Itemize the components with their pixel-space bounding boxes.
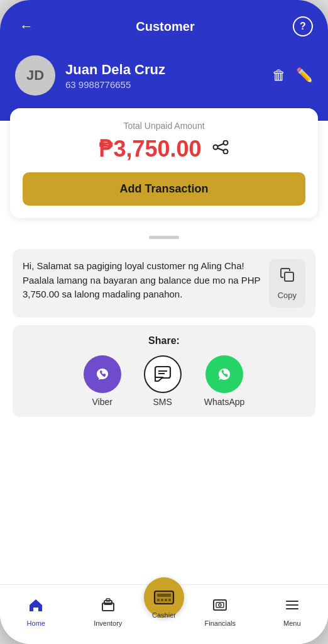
inventory-icon <box>100 597 116 617</box>
svg-rect-5 <box>285 272 293 281</box>
customer-name: Juan Dela Cruz <box>65 62 262 78</box>
nav-cashier-label: Cashier <box>152 611 176 619</box>
whatsapp-label: WhatsApp <box>204 397 245 407</box>
home-icon <box>28 597 44 617</box>
help-button[interactable]: ? <box>293 16 313 36</box>
svg-rect-17 <box>157 599 160 601</box>
svg-rect-22 <box>216 602 224 608</box>
svg-line-3 <box>217 144 224 147</box>
menu-icon <box>284 597 300 617</box>
svg-point-0 <box>223 141 227 145</box>
share-whatsapp[interactable]: WhatsApp <box>204 355 245 407</box>
svg-rect-14 <box>155 591 173 604</box>
add-transaction-button[interactable]: Add Transaction <box>23 172 305 206</box>
nav-home[interactable]: Home <box>0 597 72 627</box>
sms-label: SMS <box>153 397 172 407</box>
customer-phone: 63 9988776655 <box>65 79 262 90</box>
svg-rect-21 <box>214 600 226 610</box>
edit-icon[interactable]: ✏️ <box>296 67 313 84</box>
unpaid-label: Total Unpaid Amount <box>23 121 305 131</box>
copy-icon <box>279 267 295 287</box>
amount-row: ₱3,750.00 <box>23 136 305 162</box>
copy-label: Copy <box>278 291 297 300</box>
customer-info: Juan Dela Cruz 63 9988776655 <box>65 62 262 90</box>
unpaid-amount: ₱3,750.00 <box>99 136 201 162</box>
share-sms[interactable]: SMS <box>144 355 182 407</box>
nav-home-label: Home <box>27 619 45 627</box>
copy-button[interactable]: Copy <box>269 259 305 308</box>
nav-financials[interactable]: Financials <box>184 597 256 627</box>
bottom-nav: Home Inventory <box>0 584 328 644</box>
whatsapp-icon <box>205 355 243 393</box>
viber-label: Viber <box>92 397 112 407</box>
share-card: Share: Viber <box>13 325 315 417</box>
nav-row: ← Customer ? <box>15 15 313 38</box>
nav-menu[interactable]: Menu <box>256 597 329 627</box>
share-amount-icon[interactable] <box>212 140 229 158</box>
balance-card: Total Unpaid Amount ₱3,750.00 Add Transa… <box>10 108 318 218</box>
avatar: JD <box>15 55 55 96</box>
nav-inventory[interactable]: Inventory <box>72 597 145 627</box>
page-title: Customer <box>136 19 194 34</box>
share-title: Share: <box>23 335 305 347</box>
customer-actions: 🗑 ✏️ <box>272 67 313 84</box>
nav-financials-label: Financials <box>204 619 236 627</box>
sheet-handle <box>149 236 179 239</box>
header-section: ← Customer ? JD Juan Dela Cruz 63 998877… <box>0 0 328 121</box>
svg-point-2 <box>213 145 217 150</box>
customer-row: JD Juan Dela Cruz 63 9988776655 🗑 ✏️ <box>15 55 313 96</box>
phone-shell: ← Customer ? JD Juan Dela Cruz 63 998877… <box>0 0 328 644</box>
bottom-sheet: Hi, Salamat sa pagiging loyal customer n… <box>0 226 328 584</box>
svg-rect-16 <box>157 594 171 597</box>
share-icons-row: Viber SMS <box>23 355 305 407</box>
nav-menu-label: Menu <box>283 619 301 627</box>
svg-line-4 <box>217 148 224 151</box>
svg-rect-7 <box>155 367 170 378</box>
viber-icon <box>84 355 121 393</box>
svg-rect-20 <box>168 599 171 601</box>
message-card: Hi, Salamat sa pagiging loyal customer n… <box>13 249 315 318</box>
nav-inventory-label: Inventory <box>94 619 122 627</box>
svg-rect-18 <box>161 599 163 601</box>
svg-point-23 <box>219 604 221 606</box>
back-button[interactable]: ← <box>15 15 38 38</box>
share-viber[interactable]: Viber <box>84 355 121 407</box>
message-text: Hi, Salamat sa pagiging loyal customer n… <box>23 259 261 302</box>
sms-icon <box>144 355 182 393</box>
financials-icon <box>212 597 228 617</box>
delete-icon[interactable]: 🗑 <box>272 67 286 84</box>
svg-rect-19 <box>165 599 167 601</box>
nav-cashier[interactable]: Cashier <box>144 577 184 619</box>
svg-point-1 <box>223 150 227 154</box>
